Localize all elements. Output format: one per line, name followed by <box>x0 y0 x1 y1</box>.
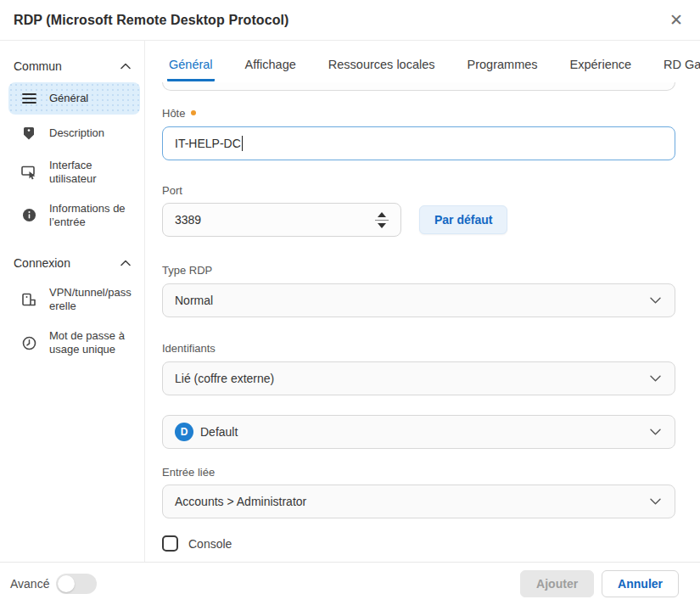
port-input[interactable]: 3389 <box>162 203 401 237</box>
port-label: Port <box>162 184 675 197</box>
chevron-down-icon <box>650 498 661 505</box>
close-icon[interactable]: ✕ <box>664 8 688 31</box>
dialog-header: RDP (Microsoft Remote Desktop Protocol) … <box>0 0 700 41</box>
linked-entry-label: Entrée liée <box>162 466 675 479</box>
port-default-button[interactable]: Par défaut <box>419 205 507 234</box>
credentials-value: Lié (coffre externe) <box>175 372 650 385</box>
section-label: Connexion <box>14 256 70 270</box>
chevron-up-icon <box>120 260 131 266</box>
host-input[interactable]: IT-HELP-DC <box>162 126 675 160</box>
sidebar-item-one-time-password[interactable]: Mot de passe à usage unique <box>8 322 140 363</box>
host-label: Hôte <box>162 107 675 120</box>
tab-rd-gateway[interactable]: RD Gatew <box>662 58 700 81</box>
tab-bar: Général Affichage Ressources locales Pro… <box>145 41 700 81</box>
info-icon <box>20 208 37 222</box>
required-dot-icon <box>191 110 196 115</box>
sidebar-item-label: Mot de passe à usage unique <box>49 329 133 356</box>
rdp-type-label: Type RDP <box>162 264 675 277</box>
sidebar: Commun Général Description <box>0 41 145 562</box>
dialog-title: RDP (Microsoft Remote Desktop Protocol) <box>14 13 289 28</box>
add-button[interactable]: Ajouter <box>520 570 594 597</box>
chevron-down-icon <box>650 375 661 382</box>
credentials-label: Identifiants <box>162 342 675 355</box>
port-spinner <box>375 212 389 228</box>
sidebar-section-commun[interactable]: Commun <box>0 53 144 80</box>
sidebar-item-label: Général <box>49 92 88 105</box>
sidebar-item-vpn-tunnel-gateway[interactable]: VPN/tunnel/passerelle <box>8 279 140 320</box>
menu-icon <box>20 92 37 104</box>
tab-display[interactable]: Affichage <box>244 58 298 81</box>
clipped-field-top <box>162 82 675 91</box>
cancel-button[interactable]: Annuler <box>602 570 679 597</box>
rdp-properties-dialog: RDP (Microsoft Remote Desktop Protocol) … <box>0 0 700 605</box>
linked-entry-select[interactable]: Accounts > Administrator <box>162 485 675 518</box>
rdp-type-select[interactable]: Normal <box>162 283 675 317</box>
sidebar-item-label: Interface utilisateur <box>49 159 133 186</box>
sidebar-item-description[interactable]: Description <box>8 117 140 149</box>
sidebar-item-label: VPN/tunnel/passerelle <box>49 286 134 313</box>
vault-value: Default <box>200 425 650 439</box>
rdp-type-value: Normal <box>175 294 650 307</box>
vault-avatar: D <box>175 423 193 441</box>
sidebar-item-user-interface[interactable]: Interface utilisateur <box>8 152 140 193</box>
sidebar-item-entry-info[interactable]: Informations de l’entrée <box>8 195 140 236</box>
footer-actions: Ajouter Annuler <box>520 570 679 597</box>
text-caret <box>242 136 244 151</box>
tab-local-resources[interactable]: Ressources locales <box>327 58 437 81</box>
port-value: 3389 <box>175 213 375 227</box>
form-scroll-area: Hôte IT-HELP-DC Port 3389 <box>145 81 700 562</box>
dialog-body: Commun Général Description <box>0 41 700 562</box>
host-value: IT-HELP-DC <box>175 137 241 150</box>
vault-select[interactable]: D Default <box>162 415 675 449</box>
monitor-cursor-icon <box>20 165 37 180</box>
port-row: 3389 Par défaut <box>162 203 675 237</box>
console-label: Console <box>188 537 232 551</box>
spinner-divider <box>375 220 389 221</box>
chevron-up-icon <box>120 63 131 70</box>
otp-clock-icon <box>20 336 37 350</box>
tab-general[interactable]: Général <box>167 58 215 81</box>
chevron-down-icon <box>650 297 661 304</box>
linked-entry-value: Accounts > Administrator <box>175 495 650 508</box>
section-label: Commun <box>14 59 62 73</box>
spinner-down-icon[interactable] <box>378 223 386 228</box>
advanced-label: Avancé <box>10 577 49 591</box>
chevron-down-icon <box>650 429 661 435</box>
sidebar-item-label: Informations de l’entrée <box>49 202 133 229</box>
main-panel: Général Affichage Ressources locales Pro… <box>145 41 700 562</box>
spinner-up-icon[interactable] <box>378 212 386 217</box>
console-checkbox-row[interactable]: Console <box>162 535 675 552</box>
tag-icon <box>20 126 37 141</box>
dialog-footer: Avancé Ajouter Annuler <box>0 562 700 605</box>
tab-experience[interactable]: Expérience <box>568 58 634 81</box>
sidebar-item-general[interactable]: Général <box>8 82 140 115</box>
console-checkbox[interactable] <box>162 535 178 552</box>
sidebar-section-connexion[interactable]: Connexion <box>0 249 144 277</box>
credentials-select[interactable]: Lié (coffre externe) <box>162 361 675 395</box>
sidebar-item-label: Description <box>49 126 104 140</box>
toggle-knob <box>58 575 75 592</box>
vpn-gateway-icon <box>20 293 37 307</box>
tab-programs[interactable]: Programmes <box>466 58 540 81</box>
advanced-area: Avancé <box>10 574 97 594</box>
advanced-toggle[interactable] <box>56 574 97 594</box>
